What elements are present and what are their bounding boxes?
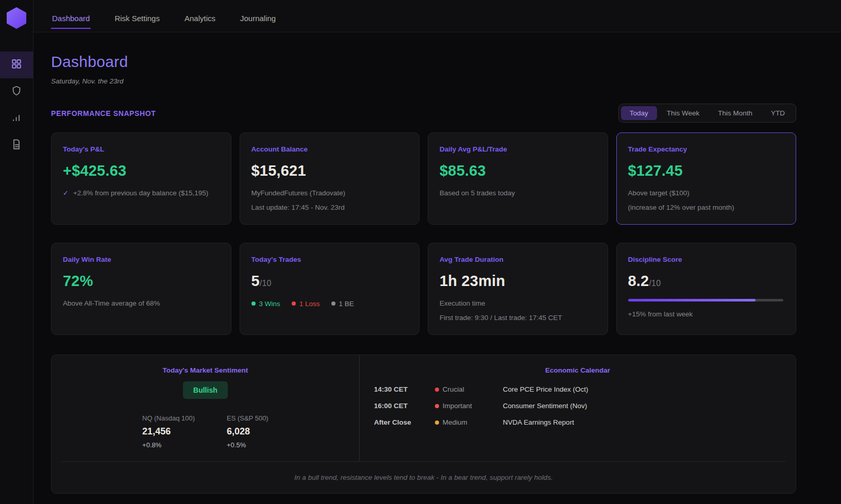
market-change: +0.5% — [227, 441, 268, 449]
event-time: 16:00 CET — [374, 402, 435, 410]
market-label: NQ (Nasdaq 100) — [142, 414, 195, 422]
range-button-ytd[interactable]: YTD — [762, 106, 794, 120]
page-title: Dashboard — [51, 53, 796, 71]
importance-dot — [435, 388, 439, 392]
expectancy-value: $127.45 — [628, 162, 784, 179]
snapshot-heading: PERFORMANCE SNAPSHOT — [51, 109, 156, 117]
market-indices: NQ (Nasdaq 100) 21,456 +0.8% ES (S&P 500… — [142, 414, 268, 449]
duration-execution-label: Execution time — [440, 298, 595, 310]
importance-dot — [435, 404, 439, 408]
breakeven-dot — [331, 301, 335, 306]
legend-losses: 1 Loss — [292, 300, 320, 308]
trades-max: /10 — [260, 279, 272, 288]
duration-trade-times: First trade: 9:30 / Last trade: 17:45 CE… — [440, 312, 595, 324]
sidebar-item-journaling[interactable] — [0, 132, 33, 159]
balance-value: $15,621 — [251, 162, 407, 179]
duration-value: 1h 23min — [440, 273, 595, 290]
tab-risk-settings[interactable]: Risk Settings — [113, 4, 161, 29]
discipline-score: 8.2 — [628, 273, 649, 289]
calendar-event-row: 16:00 CET Important Consumer Sentiment (… — [374, 398, 796, 414]
market-nq: NQ (Nasdaq 100) 21,456 +0.8% — [142, 414, 195, 449]
pnl-value: +$425.63 — [63, 162, 218, 179]
importance-label: Medium — [443, 418, 467, 426]
sidebar-item-risk-settings[interactable] — [0, 78, 33, 105]
shield-icon — [11, 85, 22, 98]
event-time: After Close — [374, 418, 435, 426]
market-label: ES (S&P 500) — [227, 414, 268, 422]
event-name: Core PCE Price Index (Oct) — [503, 385, 588, 393]
card-trade-expectancy: Trade Expectancy $127.45 Above target ($… — [616, 132, 797, 225]
market-value: 21,456 — [142, 426, 195, 437]
calendar-event-row: 14:30 CET Crucial Core PCE Price Index (… — [374, 381, 796, 398]
win-rate-value: 72% — [63, 273, 218, 290]
range-button-this-week[interactable]: This Week — [658, 106, 709, 120]
trades-value: 5/10 — [251, 273, 407, 290]
top-navigation: Dashboard Risk Settings Analytics Journa… — [33, 0, 841, 32]
card-title: Daily Win Rate — [63, 256, 218, 263]
market-sentiment-section: Today's Market Sentiment Bullish NQ (Nas… — [52, 355, 360, 461]
calendar-rows: 14:30 CET Crucial Core PCE Price Index (… — [360, 381, 796, 431]
tab-dashboard[interactable]: Dashboard — [51, 4, 91, 29]
importance-dot — [435, 421, 439, 425]
sidebar-item-analytics[interactable] — [0, 105, 33, 132]
card-daily-win-rate: Daily Win Rate 72% Above All-Time averag… — [51, 243, 231, 335]
card-todays-pnl: Today's P&L +$425.63 ✓+2.8% from previou… — [51, 132, 231, 225]
date-range-toggle: Today This Week This Month YTD — [618, 104, 796, 123]
discipline-subtext: +15% from last week — [628, 309, 784, 321]
legend-breakeven: 1 BE — [331, 300, 354, 308]
card-title: Avg Trade Duration — [440, 256, 595, 263]
market-overview-panel: Today's Market Sentiment Bullish NQ (Nas… — [51, 355, 796, 494]
discipline-max: /10 — [649, 279, 661, 288]
trading-quote: In a bull trend, resistance levels tend … — [52, 462, 796, 493]
win-rate-subtext: Above All-Time average of 68% — [63, 298, 218, 310]
app-window: Dashboard Risk Settings Analytics Journa… — [0, 0, 841, 504]
market-change: +0.8% — [142, 441, 195, 449]
loss-label: 1 Loss — [299, 300, 320, 308]
card-title: Discipline Score — [628, 256, 784, 263]
pnl-subtext: ✓+2.8% from previous day balance ($15,19… — [63, 188, 218, 199]
main-area: Dashboard Risk Settings Analytics Journa… — [33, 0, 841, 504]
card-account-balance: Account Balance $15,621 MyFundedFutures … — [240, 132, 420, 225]
importance-label: Important — [443, 402, 472, 410]
kpi-card-grid: Today's P&L +$425.63 ✓+2.8% from previou… — [51, 132, 796, 335]
discipline-progress-fill — [628, 299, 755, 301]
event-name: NVDA Earnings Report — [503, 418, 574, 426]
event-importance: Important — [435, 402, 503, 410]
calendar-title: Economic Calendar — [360, 366, 796, 374]
card-discipline-score: Discipline Score 8.2/10 +15% from last w… — [616, 243, 797, 335]
app-logo — [7, 7, 26, 29]
avg-pnl-subtext: Based on 5 trades today — [440, 188, 595, 199]
card-title: Daily Avg P&L/Trade — [440, 145, 595, 153]
event-time: 14:30 CET — [374, 385, 435, 393]
expectancy-increase-label: (increase of 12% over past month) — [628, 202, 784, 214]
panel-top: Today's Market Sentiment Bullish NQ (Nas… — [52, 355, 796, 461]
wins-label: 3 Wins — [259, 300, 280, 308]
card-avg-trade-duration: Avg Trade Duration 1h 23min Execution ti… — [428, 243, 608, 335]
sidebar-item-dashboard[interactable] — [0, 52, 33, 78]
bar-chart-icon — [11, 112, 22, 125]
expectancy-target-label: Above target ($100) — [628, 188, 784, 199]
page-date: Saturday, Nov. the 23rd — [51, 77, 796, 85]
card-daily-avg-pnl: Daily Avg P&L/Trade $85.63 Based on 5 tr… — [428, 132, 608, 225]
balance-last-update: Last update: 17:45 - Nov. 23rd — [251, 202, 407, 214]
sentiment-badge: Bullish — [183, 381, 228, 399]
economic-calendar-section: Economic Calendar 14:30 CET Crucial Core… — [360, 355, 796, 461]
document-icon — [11, 139, 22, 152]
range-button-today[interactable]: Today — [621, 106, 657, 120]
snapshot-section-header: PERFORMANCE SNAPSHOT Today This Week Thi… — [51, 104, 796, 123]
grid-icon — [11, 58, 22, 72]
card-title: Account Balance — [251, 145, 407, 153]
loss-dot — [292, 301, 296, 306]
calendar-event-row: After Close Medium NVDA Earnings Report — [374, 414, 796, 431]
importance-label: Crucial — [443, 385, 464, 393]
tab-journaling[interactable]: Journaling — [239, 4, 277, 29]
event-name: Consumer Sentiment (Nov) — [503, 402, 587, 410]
breakeven-label: 1 BE — [339, 300, 354, 308]
range-button-this-month[interactable]: This Month — [709, 106, 761, 120]
sidebar — [0, 0, 33, 504]
market-value: 6,028 — [227, 426, 268, 437]
legend-wins: 3 Wins — [251, 300, 280, 308]
avg-pnl-value: $85.63 — [440, 162, 595, 179]
tab-analytics[interactable]: Analytics — [183, 4, 216, 29]
check-icon: ✓ — [63, 189, 69, 197]
